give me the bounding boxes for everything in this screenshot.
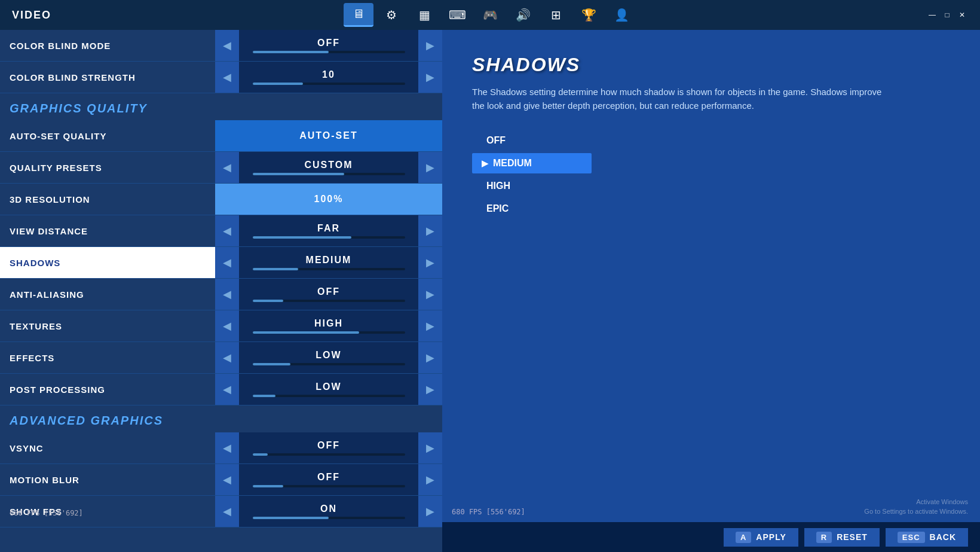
color-blind-strength-value-box: 10 [239,62,418,93]
view-distance-fill [253,236,352,239]
view-distance-control: ◀ FAR ▶ [215,215,442,246]
page-title: VIDEO [12,9,51,22]
option-medium-arrow: ▶ [482,158,488,168]
effects-left[interactable]: ◀ [215,342,239,373]
windows-activation-line2: Go to Settings to activate Windows. [864,507,968,516]
effects-right[interactable]: ▶ [418,342,442,373]
back-key: ESC [898,532,925,543]
anti-aliasing-right[interactable]: ▶ [418,279,442,310]
resolution-3d-label: 3D RESOLUTION [0,190,215,209]
color-blind-mode-label: COLOR BLIND MODE [0,36,215,56]
nav-settings[interactable]: ⚙ [376,3,406,27]
textures-right[interactable]: ▶ [418,310,442,341]
textures-value-box: HIGH [239,310,418,341]
reset-button[interactable]: R RESET [804,528,880,547]
nav-keyboard[interactable]: ⌨ [442,3,472,27]
post-processing-left[interactable]: ◀ [215,374,239,405]
option-medium[interactable]: ▶ MEDIUM [472,153,592,173]
options-list: OFF ▶ MEDIUM HIGH EPIC [472,130,950,219]
back-button[interactable]: ESC BACK [886,528,968,547]
motion-blur-right[interactable]: ▶ [418,464,442,495]
anti-aliasing-fill [253,300,283,302]
color-blind-mode-row: COLOR BLIND MODE ◀ OFF ▶ [0,30,442,62]
motion-blur-left[interactable]: ◀ [215,464,239,495]
color-blind-strength-fill [253,83,303,85]
color-blind-mode-value-box: OFF [239,30,418,61]
quality-presets-label: QUALITY PRESETS [0,158,215,178]
vsync-right[interactable]: ▶ [418,432,442,463]
effects-fill [253,363,291,365]
nav-network[interactable]: ⊞ [541,3,571,27]
textures-control: ◀ HIGH ▶ [215,310,442,341]
post-processing-right[interactable]: ▶ [418,374,442,405]
view-distance-value: FAR [317,223,340,234]
color-blind-mode-right[interactable]: ▶ [418,30,442,61]
motion-blur-value: OFF [317,472,340,483]
anti-aliasing-slider [253,300,405,302]
view-distance-row: VIEW DISTANCE ◀ FAR ▶ [0,215,442,247]
view-distance-right[interactable]: ▶ [418,215,442,246]
apply-button[interactable]: A APPLY [724,528,798,547]
close-button[interactable]: ✕ [956,9,968,21]
detail-title: SHADOWS [472,54,950,76]
show-fps-control: ◀ ON ▶ [215,496,442,527]
maximize-button[interactable]: □ [941,9,953,21]
show-fps-fill [253,517,329,519]
show-fps-value-box: ON [239,496,418,527]
nav-icons: 🖥 ⚙ ▦ ⌨ 🎮 🔊 ⊞ 🏆 👤 [344,3,636,27]
textures-left[interactable]: ◀ [215,310,239,341]
view-distance-left[interactable]: ◀ [215,215,239,246]
nav-trophy[interactable]: 🏆 [574,3,604,27]
anti-aliasing-row: ANTI-ALIASING ◀ OFF ▶ [0,279,442,310]
anti-aliasing-left[interactable]: ◀ [215,279,239,310]
quality-presets-slider [253,173,405,175]
color-blind-strength-left[interactable]: ◀ [215,62,239,93]
show-fps-left[interactable]: ◀ [215,496,239,527]
shadows-left[interactable]: ◀ [215,247,239,278]
post-processing-row: POST PROCESSING ◀ LOW ▶ [0,374,442,405]
effects-label: EFFECTS [0,348,215,368]
effects-row: EFFECTS ◀ LOW ▶ [0,342,442,374]
option-high[interactable]: HIGH [472,176,592,196]
anti-aliasing-value-box: OFF [239,279,418,310]
reset-label: RESET [837,532,868,542]
shadows-right[interactable]: ▶ [418,247,442,278]
textures-slider [253,331,405,334]
nav-audio[interactable]: 🔊 [508,3,538,27]
show-fps-right[interactable]: ▶ [418,496,442,527]
motion-blur-fill [253,485,283,487]
minimize-button[interactable]: — [926,9,938,21]
shadows-control: ◀ MEDIUM ▶ [215,247,442,278]
nav-monitor[interactable]: 🖥 [344,3,373,27]
auto-set-quality-value: AUTO-SET [299,130,357,141]
shadows-value: MEDIUM [306,255,352,266]
graphics-quality-header: GRAPHICS QUALITY [0,93,442,120]
title-bar: VIDEO 🖥 ⚙ ▦ ⌨ 🎮 🔊 ⊞ 🏆 👤 — □ ✕ [0,0,980,30]
nav-account[interactable]: 👤 [607,3,636,27]
vsync-row: VSYNC ◀ OFF ▶ [0,432,442,464]
windows-activation-line1: Activate Windows [864,498,968,507]
show-fps-value: ON [320,504,337,514]
motion-blur-value-box: OFF [239,464,418,495]
nav-display[interactable]: ▦ [409,3,439,27]
vsync-label: VSYNC [0,438,215,458]
option-off[interactable]: OFF [472,130,592,151]
reset-key: R [816,532,832,543]
vsync-left[interactable]: ◀ [215,432,239,463]
advanced-graphics-title: ADVANCED GRAPHICS [10,414,163,427]
post-processing-value-box: LOW [239,374,418,405]
vsync-control: ◀ OFF ▶ [215,432,442,463]
textures-fill [253,331,360,334]
nav-gamepad[interactable]: 🎮 [475,3,505,27]
graphics-quality-title: GRAPHICS QUALITY [10,102,148,115]
effects-value-box: LOW [239,342,418,373]
shadows-row: SHADOWS ◀ MEDIUM ▶ [0,247,442,279]
color-blind-strength-right[interactable]: ▶ [418,62,442,93]
quality-presets-right[interactable]: ▶ [418,152,442,183]
effects-value: LOW [316,350,341,361]
fps-counter: 680 FPS [556'692] [452,508,525,516]
option-epic[interactable]: EPIC [472,199,592,219]
color-blind-mode-left[interactable]: ◀ [215,30,239,61]
quality-presets-left[interactable]: ◀ [215,152,239,183]
resolution-3d-value-box: 100% [215,184,442,215]
